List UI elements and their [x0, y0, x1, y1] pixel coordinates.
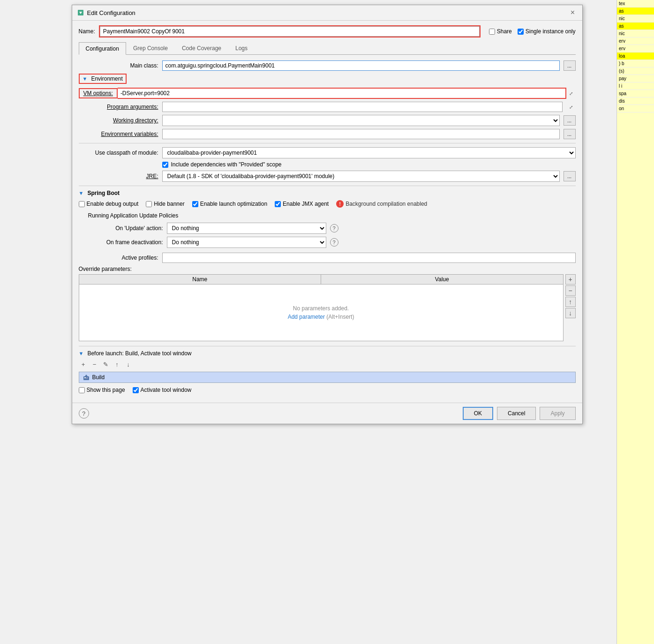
dialog-content: Name: Share Single instance only Configu… [72, 21, 582, 403]
tab-code-coverage[interactable]: Code Coverage [175, 42, 228, 54]
before-launch-edit-button[interactable]: ✎ [101, 359, 111, 369]
on-frame-row: On frame deactivation: Do nothing ? [88, 237, 576, 248]
program-arguments-input[interactable] [162, 102, 563, 112]
activate-tool-window-label: Activate tool window [141, 387, 192, 393]
ok-button[interactable]: OK [463, 407, 493, 420]
sidebar-right-panel: tex as nic as nic erv erv loa ) b (s) pa… [616, 0, 654, 644]
hide-banner-checkbox[interactable] [146, 201, 152, 207]
share-checkbox[interactable] [489, 29, 495, 35]
working-directory-browse-button[interactable]: ... [564, 115, 576, 126]
table-add-button[interactable]: + [565, 274, 576, 285]
spring-boot-label: Spring Boot [87, 190, 120, 196]
jre-row: JRE: Default (1.8 - SDK of 'cloudalibaba… [79, 171, 576, 182]
environment-arrow: ▼ [83, 76, 88, 82]
override-table-header: Name Value [79, 275, 563, 285]
footer-right: OK Cancel Apply [463, 407, 576, 420]
share-item: Share [489, 28, 512, 35]
sidebar-item-li: l i [617, 82, 654, 90]
sidebar-item-dis: dis [617, 97, 654, 105]
svg-marker-3 [85, 374, 88, 376]
sidebar-item-spa: spa [617, 90, 654, 97]
vm-options-expand-button[interactable]: ⤢ [566, 89, 576, 98]
show-page-item: Show this page [79, 387, 125, 393]
name-label: Name: [79, 28, 95, 35]
classpath-label: Use classpath of module: [79, 150, 158, 156]
enable-launch-label: Enable launch optimization [200, 201, 267, 207]
enable-jmx-label: Enable JMX agent [283, 201, 329, 207]
cancel-button[interactable]: Cancel [497, 407, 536, 420]
vm-options-input[interactable] [118, 88, 566, 99]
single-instance-checkbox[interactable] [518, 29, 524, 35]
close-button[interactable]: × [568, 8, 578, 17]
before-launch-remove-button[interactable]: − [90, 359, 99, 369]
dialog-footer: ? OK Cancel Apply [72, 403, 582, 424]
vm-options-label: VM options: [79, 88, 118, 98]
build-item-icon [83, 374, 90, 381]
sidebar-item-s: (s) [617, 67, 654, 75]
main-class-browse-button[interactable]: ... [564, 60, 576, 71]
override-col-value: Value [321, 275, 563, 284]
table-up-button[interactable]: ↑ [565, 297, 576, 307]
include-dependencies-checkbox[interactable] [162, 162, 168, 168]
footer-left: ? [79, 408, 89, 419]
table-side-buttons: + − ↑ ↓ [565, 274, 576, 341]
background-compilation: ! Background compilation enabled [336, 200, 427, 208]
classpath-row: Use classpath of module: cloudalibaba-pr… [79, 147, 576, 158]
on-update-select[interactable]: Do nothing [167, 223, 326, 234]
on-update-help-icon[interactable]: ? [330, 224, 338, 232]
working-directory-select[interactable] [162, 115, 560, 126]
before-launch-header: ▼ Before launch: Build, Activate tool wi… [79, 350, 576, 357]
working-directory-row: Working directory: ... [79, 115, 576, 126]
environment-variables-label: Environment variables: [79, 131, 158, 137]
sidebar-item-on: on [617, 105, 654, 112]
sidebar-item-tex: tex [617, 0, 654, 7]
tab-logs[interactable]: Logs [228, 42, 255, 54]
before-launch-add-button[interactable]: + [79, 359, 88, 369]
jre-select[interactable]: Default (1.8 - SDK of 'cloudalibaba-prov… [162, 171, 560, 182]
enable-jmx-checkbox[interactable] [275, 201, 281, 207]
on-update-row: On 'Update' action: Do nothing ? [88, 223, 576, 234]
environment-variables-browse-button[interactable]: ... [564, 129, 576, 139]
before-launch-down-button[interactable]: ↓ [124, 359, 133, 369]
before-launch-up-button[interactable]: ↑ [113, 359, 122, 369]
activate-tool-window-checkbox[interactable] [133, 387, 139, 393]
table-remove-button[interactable]: − [565, 285, 576, 296]
enable-debug-option: Enable debug output [79, 201, 139, 207]
no-params-message: No parameters added. [293, 305, 349, 312]
program-arguments-expand-button[interactable]: ⤢ [566, 102, 576, 112]
show-page-checkbox[interactable] [79, 387, 85, 393]
sidebar-item-nic-2: nic [617, 30, 654, 37]
apply-button[interactable]: Apply [540, 407, 575, 420]
override-table-wrapper: Name Value No parameters added. Add para… [79, 274, 576, 341]
svg-rect-5 [86, 377, 88, 378]
on-frame-select[interactable]: Do nothing [167, 237, 326, 248]
tab-configuration[interactable]: Configuration [79, 42, 126, 55]
before-launch-label: Before launch: Build, Activate tool wind… [87, 350, 191, 357]
main-class-input[interactable] [162, 60, 560, 71]
tab-grep-console[interactable]: Grep Console [126, 42, 175, 54]
share-label: Share [497, 28, 512, 35]
enable-launch-option: Enable launch optimization [192, 201, 267, 207]
override-table: Name Value No parameters added. Add para… [79, 274, 564, 341]
dialog-icon [77, 9, 84, 16]
jre-browse-button[interactable]: ... [564, 171, 576, 181]
running-update-section: Running Application Update Policies On '… [88, 212, 576, 248]
show-page-label: Show this page [87, 387, 125, 393]
before-launch-section: ▼ Before launch: Build, Activate tool wi… [79, 350, 576, 383]
active-profiles-row: Active profiles: [79, 253, 576, 263]
enable-debug-checkbox[interactable] [79, 201, 85, 207]
classpath-select[interactable]: cloudalibaba-provider-payment9001 [162, 147, 576, 158]
table-down-button[interactable]: ↓ [565, 308, 576, 318]
active-profiles-input[interactable] [162, 253, 576, 263]
name-field-outer: Name: [79, 25, 481, 37]
environment-variables-input[interactable] [162, 129, 560, 139]
help-button[interactable]: ? [79, 408, 89, 419]
enable-launch-checkbox[interactable] [192, 201, 198, 207]
override-table-body: No parameters added. Add parameter (Alt+… [79, 285, 563, 341]
spring-boot-arrow: ▼ [79, 190, 84, 196]
program-arguments-label: Program arguments: [79, 104, 158, 110]
add-param-link[interactable]: Add parameter [288, 314, 325, 320]
name-input[interactable] [100, 26, 480, 37]
working-directory-label: Working directory: [79, 117, 158, 124]
on-frame-help-icon[interactable]: ? [330, 238, 338, 247]
